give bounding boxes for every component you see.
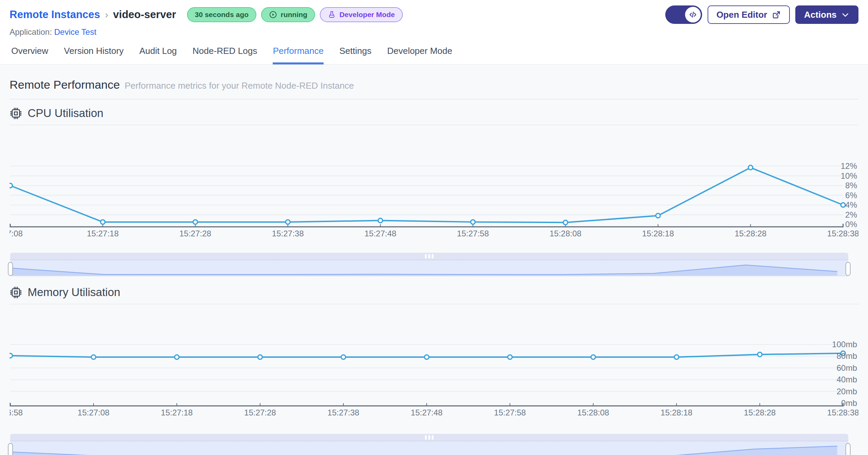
last-seen-badge: 30 seconds ago (187, 7, 257, 22)
svg-text:15:27:48: 15:27:48 (365, 229, 396, 238)
svg-text:100mb: 100mb (832, 340, 857, 349)
open-editor-button[interactable]: Open Editor (708, 5, 790, 24)
open-editor-label: Open Editor (716, 10, 767, 20)
page-title: Remote Performance (10, 78, 120, 91)
cpu-chart: 7:0815:27:1815:27:2815:27:3815:27:4815:2… (10, 125, 858, 238)
tab-audit-log[interactable]: Audit Log (139, 46, 177, 64)
heading-divider (10, 99, 858, 99)
tab-bar: Overview Version History Audit Log Node-… (10, 46, 858, 64)
breadcrumb-separator-icon: › (105, 9, 108, 20)
svg-text:15:27:38: 15:27:38 (327, 408, 359, 417)
tab-developer-mode[interactable]: Developer Mode (387, 46, 452, 64)
svg-text:15:28:08: 15:28:08 (550, 229, 581, 238)
cpu-section-title: CPU Utilisation (10, 107, 858, 120)
memory-section-label: Memory Utilisation (28, 286, 120, 299)
page-subtitle: Performance metrics for your Remote Node… (125, 80, 354, 91)
play-circle-icon (269, 11, 277, 19)
running-status-label: running (281, 11, 307, 19)
developer-mode-badge: Developer Mode (320, 7, 402, 22)
memory-chip-icon (10, 286, 22, 299)
memory-section-title: Memory Utilisation (10, 286, 858, 299)
svg-text:20mb: 20mb (837, 387, 857, 396)
svg-text:15:27:18: 15:27:18 (161, 408, 193, 417)
tab-overview[interactable]: Overview (11, 46, 48, 64)
svg-text:10%: 10% (841, 171, 857, 180)
beaker-icon (328, 11, 336, 19)
tab-node-red-logs[interactable]: Node-RED Logs (193, 46, 257, 64)
developer-mode-toggle[interactable] (665, 5, 702, 24)
svg-text:15:27:58: 15:27:58 (494, 408, 526, 417)
breadcrumb: Remote Instances › video-server (10, 9, 176, 21)
application-label: Application: (10, 27, 52, 36)
svg-text:15:27:48: 15:27:48 (411, 408, 442, 417)
tab-version-history[interactable]: Version History (64, 46, 124, 64)
memory-navigator-area[interactable] (10, 441, 848, 455)
tab-performance[interactable]: Performance (273, 46, 324, 64)
page-heading: Remote Performance Performance metrics f… (10, 78, 858, 91)
cpu-section-label: CPU Utilisation (28, 107, 103, 120)
last-seen-label: 30 seconds ago (195, 11, 249, 19)
memory-navigator-drag-strip[interactable] (10, 434, 848, 441)
actions-button[interactable]: Actions (795, 5, 858, 24)
memory-section: Memory Utilisation 6:5815:27:0815:27:181… (10, 286, 858, 455)
svg-text:15:27:08: 15:27:08 (77, 408, 109, 417)
svg-text:0mb: 0mb (841, 398, 857, 408)
cpu-chart-navigator (10, 253, 848, 276)
main-content: Remote Performance Performance metrics f… (0, 64, 868, 455)
svg-text:15:28:18: 15:28:18 (642, 229, 674, 238)
svg-text:15:27:58: 15:27:58 (457, 229, 489, 238)
svg-text:2%: 2% (845, 210, 857, 219)
cpu-section: CPU Utilisation 7:0815:27:1815:27:2815:2… (10, 107, 858, 276)
tab-settings[interactable]: Settings (339, 46, 371, 64)
svg-text:15:27:18: 15:27:18 (87, 229, 118, 238)
breadcrumb-parent-link[interactable]: Remote Instances (10, 9, 100, 21)
instance-name: video-server (113, 9, 176, 21)
svg-text:80mb: 80mb (837, 351, 857, 361)
svg-text:6:58: 6:58 (10, 408, 23, 417)
developer-mode-label: Developer Mode (339, 11, 395, 19)
header-actions: Open Editor Actions (665, 5, 858, 24)
cpu-navigator-right-handle[interactable] (845, 262, 851, 276)
cpu-navigator-drag-strip[interactable] (10, 253, 848, 260)
svg-text:6%: 6% (845, 191, 857, 200)
svg-text:15:28:08: 15:28:08 (577, 408, 609, 417)
svg-text:15:27:38: 15:27:38 (272, 229, 304, 238)
memory-chart: 6:5815:27:0815:27:1815:27:2815:27:3815:2… (10, 304, 858, 420)
memory-navigator-right-handle[interactable] (845, 443, 851, 455)
svg-text:15:27:28: 15:27:28 (244, 408, 276, 417)
svg-text:15:28:38: 15:28:38 (827, 408, 858, 417)
svg-text:15:28:38: 15:28:38 (827, 229, 858, 238)
svg-text:40mb: 40mb (837, 375, 857, 384)
actions-label: Actions (804, 10, 837, 20)
application-link[interactable]: Device Test (54, 27, 97, 36)
code-icon (688, 10, 698, 19)
svg-text:15:28:28: 15:28:28 (744, 408, 775, 417)
svg-text:60mb: 60mb (837, 363, 857, 372)
page-header: Remote Instances › video-server 30 secon… (0, 0, 868, 64)
svg-text:15:28:18: 15:28:18 (660, 408, 692, 417)
cpu-navigator-area[interactable] (10, 260, 848, 276)
grip-icon[interactable] (425, 254, 433, 259)
svg-text:12%: 12% (841, 161, 857, 171)
status-badges: 30 seconds ago running Developer Mode (187, 7, 403, 22)
chevron-down-icon (841, 11, 850, 19)
cpu-chip-icon (10, 107, 22, 120)
grip-icon[interactable] (425, 435, 433, 440)
svg-text:7:08: 7:08 (10, 229, 23, 238)
svg-text:15:28:28: 15:28:28 (735, 229, 766, 238)
svg-text:4%: 4% (845, 200, 857, 209)
running-status-badge: running (261, 7, 315, 22)
application-line: Application: Device Test (10, 27, 858, 37)
svg-text:8%: 8% (845, 181, 857, 190)
cpu-navigator-left-handle[interactable] (8, 262, 13, 276)
memory-chart-navigator (10, 434, 848, 455)
svg-text:0%: 0% (845, 220, 857, 229)
memory-navigator-left-handle[interactable] (8, 443, 13, 455)
external-link-icon (772, 10, 781, 19)
svg-text:15:27:28: 15:27:28 (180, 229, 211, 238)
